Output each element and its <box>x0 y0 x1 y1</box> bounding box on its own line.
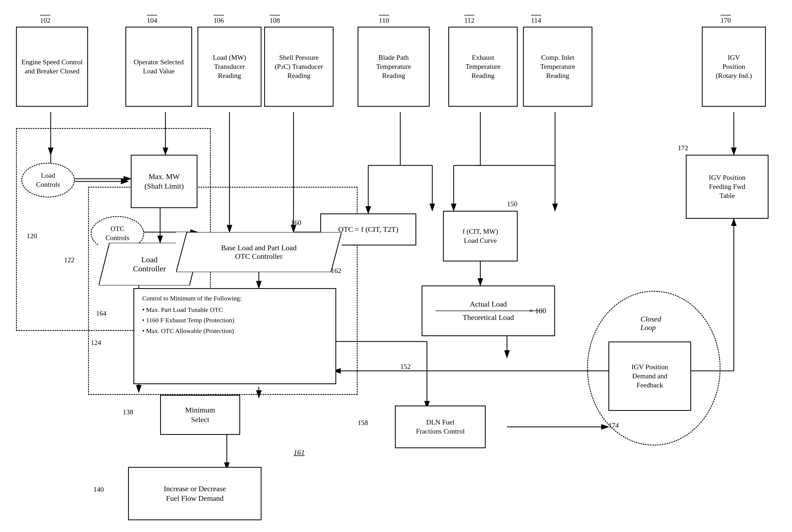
ref-160: 160 <box>291 219 301 227</box>
ref-102: 102 <box>40 17 51 24</box>
box-load-mw: Load (MW)TransducerReading <box>197 27 262 107</box>
ref-152: 152 <box>400 363 411 371</box>
ref-110: 110 <box>379 17 389 24</box>
box-igv-fwd-table: IGV PositionFeeding FwdTable <box>686 155 769 219</box>
box-engine-speed: Engine Speed Control and Breaker Closed <box>16 27 88 107</box>
box-comp-inlet: Comp. InletTemperatureReading <box>523 27 592 107</box>
closed-loop-circle <box>587 291 720 445</box>
ref-104: 104 <box>147 17 157 24</box>
ref-124: 124 <box>91 339 101 347</box>
box-fuel-demand: Increase or DecreaseFuel Flow Demand <box>128 467 262 520</box>
box-operator-load: Operator Selected Load Value <box>126 27 192 107</box>
ref-140: 140 <box>93 486 104 494</box>
ref-112: 112 <box>464 17 474 24</box>
box-igv-position-top: IGVPosition(Rotary Ind.) <box>702 27 766 107</box>
box-exhaust-temp: ExhaustTemperatureReading <box>448 27 518 107</box>
ref-158: 158 <box>358 419 368 427</box>
box-control-list: Control to Minimum of the Following: • M… <box>133 288 336 384</box>
ref-162: 162 <box>331 267 341 275</box>
ref-114: 114 <box>531 17 541 24</box>
ref-161: 161 <box>294 448 305 457</box>
base-load-otc-box: Base Load and Part LoadOTC Controller <box>176 232 342 272</box>
ref-170: 170 <box>720 17 731 24</box>
box-load-curve: f (CIT, MW)Load Curve <box>443 211 518 262</box>
box-dln: DLN FuelFractions Control <box>395 405 486 448</box>
ref-172: 172 <box>678 144 688 152</box>
ref-108: 108 <box>269 17 280 24</box>
ref-122: 122 <box>64 256 74 264</box>
ref-164: 164 <box>96 309 107 318</box>
fraction-box: Actual Load Theoretical Load × 100 <box>421 285 555 336</box>
ref-120: 120 <box>27 232 37 240</box>
ref-138: 138 <box>123 408 133 416</box>
box-blade-path: Blade PathTemperatureReading <box>358 27 430 107</box>
box-max-mw: Max. MW(Shaft Limit) <box>131 155 197 208</box>
ref-106: 106 <box>213 17 224 24</box>
box-shell-pressure: Shell Pressure(P₂C) TransducerReading <box>264 27 334 107</box>
ref-150: 150 <box>507 200 517 208</box>
ellipse-load-controls: LoadControls <box>21 163 75 197</box>
box-minimum-select: MinimumSelect <box>160 395 240 435</box>
